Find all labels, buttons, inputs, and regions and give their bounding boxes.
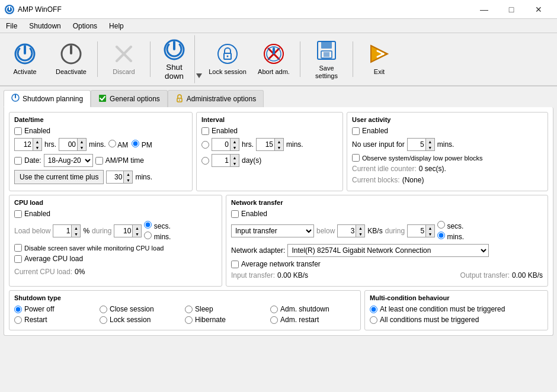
interval-days-down[interactable]: ▼	[231, 160, 239, 166]
deactivate-button[interactable]: Deactivate	[49, 35, 94, 83]
network-during-spinbox: ▲ ▼	[407, 224, 435, 237]
close-button[interactable]: ✕	[525, 0, 552, 19]
multicondition-all-label: All conditions must be triggered	[380, 316, 479, 324]
cpuload-during-input[interactable]	[114, 225, 132, 237]
network-secs-radio[interactable]	[437, 221, 445, 229]
cpuload-load-down[interactable]: ▼	[72, 231, 80, 237]
shutdown-locksession-radio[interactable]	[100, 316, 107, 324]
menu-options[interactable]: Options	[67, 21, 103, 31]
network-average-checkbox[interactable]	[231, 261, 239, 268]
menu-help[interactable]: Help	[103, 21, 130, 31]
discard-button[interactable]: Discard	[101, 35, 146, 83]
interval-hrs-up[interactable]: ▲	[231, 139, 239, 144]
cpuload-mins-radio[interactable]	[144, 232, 152, 239]
pm-radio-label[interactable]: PM	[132, 140, 152, 149]
datetime-date-select[interactable]: 18-Aug-20	[44, 154, 93, 167]
network-enabled-checkbox[interactable]	[231, 210, 239, 218]
datetime-enabled-row: Enabled	[14, 127, 187, 135]
shutdown-admrestart-row: Adm. restart	[270, 316, 356, 324]
shutdown-dropdown-button[interactable]	[194, 35, 204, 83]
network-below-input[interactable]	[338, 225, 356, 237]
interval-days-up[interactable]: ▲	[231, 155, 239, 160]
menu-shutdown[interactable]: Shutdown	[23, 21, 66, 31]
multicondition-atleastone-radio[interactable]	[370, 306, 377, 313]
shutdown-closesession-radio[interactable]	[100, 306, 107, 313]
interval-days-input[interactable]	[212, 155, 230, 166]
interval-enabled-checkbox[interactable]	[201, 127, 209, 135]
datetime-ampm-checkbox[interactable]	[95, 157, 103, 165]
useractivity-observe-checkbox[interactable]	[352, 154, 360, 162]
datetime-date-checkbox[interactable]	[14, 157, 22, 165]
interval-hrs-down[interactable]: ▼	[231, 144, 239, 150]
cpuload-during-up[interactable]: ▲	[133, 225, 141, 231]
network-below-down[interactable]: ▼	[356, 231, 364, 237]
datetime-hrs-input[interactable]	[15, 139, 33, 150]
shutdown-restart-radio[interactable]	[14, 316, 22, 324]
network-during-down[interactable]: ▼	[426, 231, 434, 237]
cpuload-during-down[interactable]: ▼	[133, 231, 141, 237]
datetime-hrs-up[interactable]: ▲	[33, 139, 41, 144]
network-mins-radio[interactable]	[437, 232, 445, 239]
cpuload-load-up[interactable]: ▲	[72, 225, 80, 231]
useractivity-enabled-checkbox[interactable]	[352, 127, 360, 135]
network-below-up[interactable]: ▲	[356, 225, 364, 231]
abort-adm-button[interactable]: Abort adm.	[251, 35, 296, 83]
cpuload-average-row: Average CPU load	[14, 255, 217, 263]
shutdown-admrestart-radio[interactable]	[270, 316, 278, 324]
shutdown-poweroff-radio[interactable]	[14, 306, 22, 313]
datetime-mins-input[interactable]	[59, 139, 77, 150]
save-settings-button[interactable]: Save settings	[304, 35, 349, 83]
shutdown-button[interactable]: Shut down	[154, 35, 194, 83]
datetime-plus-down[interactable]: ▼	[124, 177, 132, 183]
interval-mins-down[interactable]: ▼	[275, 144, 283, 150]
cpuload-screensaver-checkbox[interactable]	[14, 244, 22, 252]
network-during-input[interactable]	[408, 225, 425, 237]
maximize-button[interactable]: □	[498, 0, 525, 19]
tab-admin-options[interactable]: Administrative options	[168, 90, 264, 107]
interval-hrs-spinbox: ▲ ▼	[212, 138, 239, 151]
cpuload-secs-label[interactable]: secs.	[144, 221, 171, 230]
datetime-mins-down[interactable]: ▼	[78, 144, 86, 150]
interval-hrs-radio[interactable]	[201, 141, 209, 149]
useractivity-mins-up[interactable]: ▲	[426, 139, 434, 144]
network-mins-label[interactable]: mins.	[437, 232, 464, 241]
interval-days-radio[interactable]	[201, 157, 209, 165]
multicondition-all-radio[interactable]	[370, 316, 377, 324]
tab-general-options[interactable]: General options	[91, 90, 168, 107]
datetime-plus-input[interactable]	[107, 171, 123, 183]
cpuload-load-input[interactable]	[53, 225, 71, 237]
network-adapter-select[interactable]: Intel(R) 82574L Gigabit Network Connecti…	[287, 244, 489, 257]
am-radio-label[interactable]: AM	[108, 140, 129, 149]
datetime-mins-up[interactable]: ▲	[78, 139, 86, 144]
minimize-button[interactable]: —	[470, 0, 498, 19]
lock-session-button[interactable]: Lock session	[205, 35, 250, 83]
datetime-enabled-checkbox[interactable]	[14, 127, 22, 135]
am-radio[interactable]	[108, 140, 116, 147]
useractivity-mins-input[interactable]	[408, 139, 425, 150]
cpuload-mins-label[interactable]: mins.	[144, 232, 171, 241]
useractivity-mins-down[interactable]: ▼	[426, 144, 434, 150]
shutdown-sleep-radio[interactable]	[185, 306, 193, 313]
interval-hrs-input[interactable]	[212, 139, 230, 150]
exit-button[interactable]: Exit	[357, 35, 402, 83]
pm-radio[interactable]	[132, 140, 139, 147]
network-secs-label[interactable]: secs.	[437, 221, 464, 230]
activate-button[interactable]: Activate	[2, 35, 47, 83]
shutdown-admshutdown-radio[interactable]	[270, 306, 278, 313]
network-during-up[interactable]: ▲	[426, 225, 434, 231]
interval-mins-up[interactable]: ▲	[275, 139, 283, 144]
use-current-time-button[interactable]: Use the current time plus	[14, 170, 104, 184]
datetime-hrs-down[interactable]: ▼	[33, 144, 41, 150]
network-transfer-type-select[interactable]: Input transfer Output transfer	[231, 224, 314, 237]
shutdown-hibernate-row: Hibernate	[185, 316, 270, 324]
datetime-plus-up[interactable]: ▲	[124, 171, 132, 177]
menu-file[interactable]: File	[0, 21, 23, 31]
interval-mins-input[interactable]	[257, 139, 274, 150]
cpuload-average-checkbox[interactable]	[14, 255, 22, 263]
interval-mins-label: mins.	[286, 140, 303, 149]
shutdown-hibernate-radio[interactable]	[185, 316, 193, 324]
cpuload-secs-radio[interactable]	[144, 221, 152, 229]
tab-shutdown-planning[interactable]: Shutdown planning	[4, 90, 91, 107]
datetime-hrs-btns: ▲ ▼	[33, 139, 41, 150]
cpuload-enabled-checkbox[interactable]	[14, 210, 22, 218]
